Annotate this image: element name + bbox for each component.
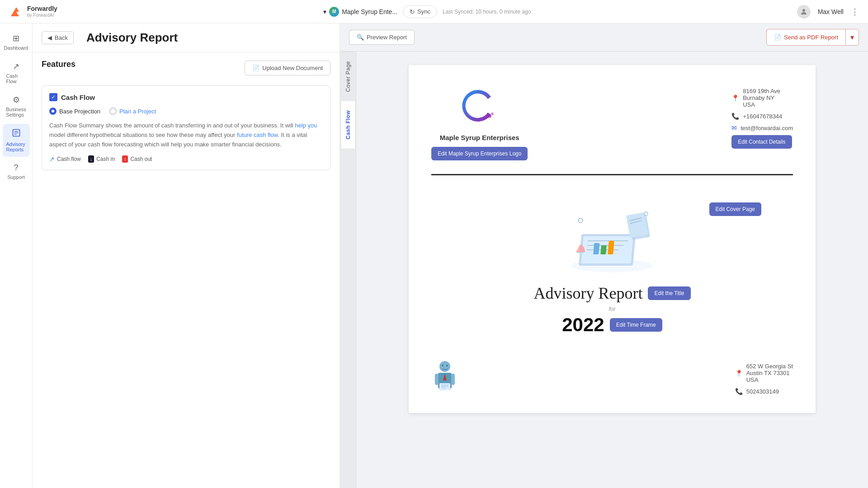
sidebar-item-label: Dashboard (4, 45, 28, 51)
feature-card-header: ✓ Cash Flow (49, 93, 323, 101)
svg-point-1 (802, 9, 805, 12)
svg-rect-18 (626, 212, 648, 238)
preview-content: Cover Page Cash Flow (340, 52, 868, 488)
cashin-tag: ↓ Cash in (88, 155, 115, 163)
email-row: ✉ test@forwardai.com (731, 124, 793, 131)
pdf-icon: 📄 (774, 34, 781, 41)
topnav-right: Max Well ⋮ (797, 5, 859, 19)
user-name: Max Well (818, 8, 844, 15)
svg-point-29 (446, 365, 448, 366)
upload-icon: 📄 (252, 65, 259, 71)
cover-illustration: Edit Cover Page Advisory Report Edit the… (409, 175, 816, 349)
sidebar-item-label: Business Settings (6, 107, 26, 117)
page-title: Advisory Report (86, 31, 178, 45)
bottom-address-city: Austin TX 73301 (746, 370, 793, 376)
logo-icon (9, 5, 24, 19)
svg-rect-26 (435, 374, 439, 385)
svg-marker-0 (11, 7, 19, 16)
cover-illustration-svg (562, 193, 662, 275)
advisory-icon (12, 128, 21, 140)
feature-description: Cash Flow Summary shows the amount of ca… (49, 121, 323, 149)
sidebar-item-label: Cash Flow (6, 73, 26, 84)
features-header: Features 📄 Upload New Document (33, 52, 340, 76)
last-synced-text: Last Synced: 10 hours, 0 minute ago (443, 9, 531, 15)
features-title: Features (42, 60, 75, 69)
edit-timeframe-button[interactable]: Edit Time Frame (610, 318, 662, 332)
report-title-row: Advisory Report Edit the Title (533, 284, 690, 303)
cashflow-icon: ↗ (13, 61, 19, 71)
cover-top-section: Maple Syrup Enterprises Edit Maple Syrup… (409, 65, 816, 174)
right-panel: 🔍 Preview Report 📄 Send as PDF Report ▾ … (340, 23, 868, 488)
base-projection-radio[interactable]: Base Projection (49, 108, 100, 115)
cashin-tag-icon: ↓ (88, 155, 94, 163)
tab-cash-flow[interactable]: Cash Flow (341, 101, 355, 149)
svg-point-28 (442, 365, 443, 366)
document-page: Maple Syrup Enterprises Edit Maple Syrup… (409, 65, 816, 413)
feature-name: Cash Flow (61, 94, 95, 101)
bottom-address-row: 📍 652 W Georgia St Austin TX 73301 USA (735, 363, 793, 383)
sidebar-item-label: Advisory Reports (6, 141, 26, 152)
report-title-text: Advisory Report (533, 284, 642, 303)
sidebar-item-business[interactable]: ⚙ Business Settings (3, 90, 30, 122)
person-icon-svg (431, 358, 458, 392)
feature-tags: ↗ Cash flow ↓ Cash in ↑ Cash out (49, 155, 323, 163)
edit-title-button[interactable]: Edit the Title (648, 286, 690, 300)
address-city1: Burnaby NY (743, 94, 780, 101)
preview-report-button[interactable]: 🔍 Preview Report (349, 30, 415, 45)
address-row: 📍 8169 19th Ave Burnaby NY USA (731, 88, 793, 108)
chevron-down-icon: ▾ (323, 8, 326, 15)
edit-contact-button[interactable]: Edit Contact Details (731, 135, 792, 149)
location-icon: 📍 (731, 94, 739, 102)
plan-project-radio[interactable]: Plan a Project (109, 108, 156, 115)
email-icon: ✉ (731, 124, 737, 131)
preview-btn-label: Preview Report (367, 34, 407, 41)
preview-document: Maple Syrup Enterprises Edit Maple Syrup… (356, 52, 868, 488)
left-panel: ◀ Back Advisory Report Features 📄 Upload… (33, 23, 340, 488)
phone-number: +16047678344 (743, 113, 782, 120)
sync-label: Sync (417, 8, 430, 15)
more-options-icon[interactable]: ⋮ (851, 7, 859, 17)
send-pdf-button[interactable]: 📄 Send as PDF Report (766, 29, 846, 46)
company-logo-area: Maple Syrup Enterprises Edit Maple Syrup… (431, 83, 528, 160)
app-name: Forwardly by ForwardAI (27, 5, 57, 17)
main-container: ◀ Back Advisory Report Features 📄 Upload… (33, 23, 868, 488)
feature-checkbox[interactable]: ✓ (49, 93, 57, 101)
sidebar-item-support[interactable]: ? Support (3, 159, 30, 184)
cashin-tag-label: Cash in (96, 156, 115, 162)
company-icon: M (329, 7, 339, 17)
settings-icon: ⚙ (13, 95, 20, 105)
sync-icon: ↻ (410, 8, 415, 15)
back-arrow-icon: ◀ (47, 34, 52, 41)
bottom-phone-icon: 📞 (735, 388, 743, 395)
left-content: ✓ Cash Flow Base Projection Plan a Proje… (33, 76, 340, 488)
side-tabs: Cover Page Cash Flow (340, 52, 356, 488)
send-pdf-group: 📄 Send as PDF Report ▾ (766, 29, 859, 46)
upload-document-button[interactable]: 📄 Upload New Document (245, 61, 330, 75)
bottom-address-line1: 652 W Georgia St (746, 363, 793, 370)
advisory-svg-icon (12, 128, 21, 137)
sidebar-item-advisory[interactable]: Advisory Reports (3, 124, 30, 157)
back-label: Back (55, 34, 68, 41)
edit-logo-button[interactable]: Edit Maple Syrup Enterprises Logo (431, 147, 528, 160)
send-pdf-dropdown[interactable]: ▾ (846, 29, 859, 46)
company-selector[interactable]: ▾ M Maple Syrup Ente... (323, 7, 397, 17)
cashflow-tag-label: Cash flow (57, 156, 81, 162)
edit-cover-button[interactable]: Edit Cover Page (709, 202, 761, 216)
left-header: ◀ Back Advisory Report (33, 23, 340, 52)
phone-icon: 📞 (731, 113, 739, 120)
report-year-row: 2022 Edit Time Frame (562, 314, 662, 336)
user-avatar (797, 5, 811, 19)
back-button[interactable]: ◀ Back (42, 31, 74, 44)
svg-point-22 (644, 212, 648, 216)
sync-button[interactable]: ↻ Sync (403, 5, 437, 18)
sidebar-item-cashflow[interactable]: ↗ Cash Flow (3, 57, 30, 89)
cashout-tag-label: Cash out (130, 156, 152, 162)
tab-cover-page[interactable]: Cover Page (341, 52, 355, 101)
sidebar-item-dashboard[interactable]: ⊞ Dashboard (3, 29, 30, 55)
svg-rect-14 (593, 243, 599, 254)
company-name: Maple Syrup Ente... (342, 8, 397, 15)
company-name-label: Maple Syrup Enterprises (440, 134, 519, 141)
radio-option2-label: Plan a Project (119, 108, 156, 115)
svg-rect-15 (600, 245, 607, 254)
cover-bottom-section: 📍 652 W Georgia St Austin TX 73301 USA 📞… (409, 349, 816, 413)
